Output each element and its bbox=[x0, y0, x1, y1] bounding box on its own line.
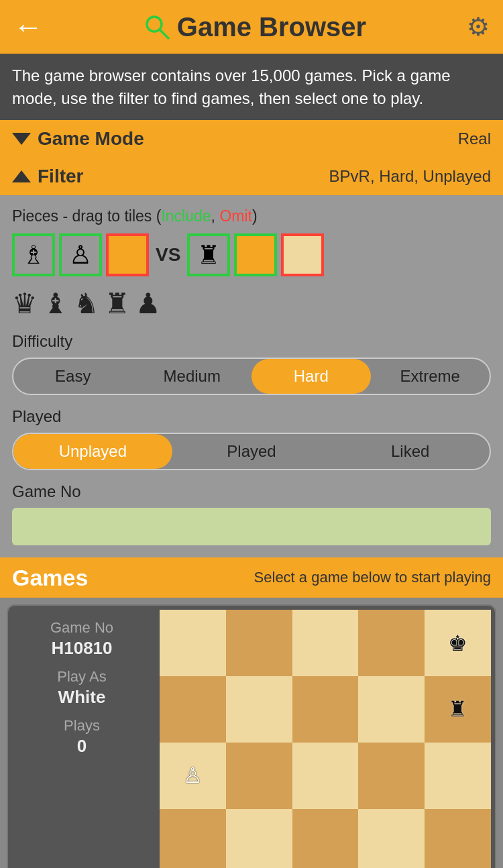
game-mode-section-header[interactable]: Game Mode Real bbox=[0, 120, 503, 158]
game-mode-value: Real bbox=[458, 129, 491, 148]
filter-panel: Pieces - drag to tiles (Include, Omit) ♗… bbox=[0, 195, 503, 557]
header: ← Game Browser ⚙ bbox=[0, 0, 503, 54]
game-mode-title: Game Mode bbox=[38, 128, 144, 150]
games-section-header: Games Select a game below to start playi… bbox=[0, 557, 503, 598]
pieces-include-label: Include bbox=[161, 207, 211, 225]
pieces-row: ♗ ♙ VS ♜ bbox=[12, 233, 491, 276]
pieces-label-prefix: Pieces - drag to tiles ( bbox=[12, 207, 161, 225]
difficulty-easy[interactable]: Easy bbox=[13, 359, 133, 394]
chess-cell-0-3 bbox=[358, 610, 425, 676]
chess-cell-0-1 bbox=[226, 610, 292, 676]
black-piece-1[interactable]: ♜ bbox=[187, 233, 230, 276]
played-unplayed[interactable]: Unplayed bbox=[13, 434, 172, 469]
black-piece-3[interactable] bbox=[281, 233, 324, 276]
pieces-comma: , bbox=[211, 207, 220, 225]
svg-line-1 bbox=[160, 30, 168, 38]
pieces-label: Pieces - drag to tiles (Include, Omit) bbox=[12, 207, 491, 225]
game-mode-triangle-icon bbox=[12, 133, 31, 145]
avail-knight[interactable]: ♞ bbox=[74, 287, 99, 320]
black-piece-2[interactable] bbox=[234, 233, 277, 276]
chess-board-container: ♚♜♙♗♜♔ bbox=[156, 606, 495, 868]
filter-title: Filter bbox=[38, 166, 83, 187]
game-no-label: Game No bbox=[12, 482, 491, 501]
vs-label: VS bbox=[156, 244, 180, 266]
back-button[interactable]: ← bbox=[13, 10, 43, 44]
chess-cell-1-3 bbox=[358, 676, 425, 743]
chess-cell-2-2 bbox=[292, 743, 359, 809]
play-as-field-label: Play As bbox=[57, 668, 106, 686]
plays-field-label: Plays bbox=[64, 717, 100, 735]
available-pieces-row: ♛ ♝ ♞ ♜ ♟ bbox=[12, 287, 491, 320]
filter-section-header[interactable]: Filter BPvR, Hard, Unplayed bbox=[0, 158, 503, 195]
chess-cell-2-3 bbox=[358, 743, 425, 809]
avail-bishop[interactable]: ♝ bbox=[43, 287, 68, 320]
game-card[interactable]: Game No H10810 Play As White Plays 0 ♚♜♙… bbox=[7, 604, 496, 868]
difficulty-hard[interactable]: Hard bbox=[252, 359, 371, 394]
white-piece-1[interactable]: ♗ bbox=[12, 233, 55, 276]
play-as-field-value: White bbox=[58, 687, 106, 708]
chess-cell-3-1 bbox=[226, 809, 292, 868]
difficulty-label: Difficulty bbox=[12, 332, 491, 351]
filter-summary: BPvR, Hard, Unplayed bbox=[329, 167, 491, 186]
filter-left: Filter bbox=[12, 166, 83, 187]
chess-cell-3-4 bbox=[425, 809, 491, 868]
chess-cell-1-4: ♜ bbox=[425, 676, 491, 743]
white-piece-2[interactable]: ♙ bbox=[59, 233, 102, 276]
played-label: Played bbox=[12, 407, 491, 426]
game-info-panel: Game No H10810 Play As White Plays 0 bbox=[8, 606, 156, 868]
search-icon bbox=[144, 13, 170, 40]
chess-board: ♚♜♙♗♜♔ bbox=[160, 610, 491, 868]
chess-cell-0-0 bbox=[160, 610, 226, 676]
game-no-field-label: Game No bbox=[50, 619, 113, 637]
page-title: Game Browser bbox=[177, 12, 366, 42]
difficulty-medium[interactable]: Medium bbox=[133, 359, 252, 394]
games-section-title: Games bbox=[12, 565, 88, 591]
chess-cell-1-2 bbox=[292, 676, 359, 743]
chess-cell-1-0 bbox=[160, 676, 226, 743]
white-piece-3[interactable] bbox=[106, 233, 149, 276]
game-no-field-value: H10810 bbox=[51, 638, 112, 659]
description-bar: The game browser contains over 15,000 ga… bbox=[0, 54, 503, 120]
avail-pawn[interactable]: ♟ bbox=[135, 287, 161, 320]
games-section-subtitle: Select a game below to start playing bbox=[254, 569, 491, 586]
chess-cell-2-0: ♙ bbox=[160, 743, 226, 809]
played-liked[interactable]: Liked bbox=[331, 434, 490, 469]
chess-cell-0-2 bbox=[292, 610, 359, 676]
description-text: The game browser contains over 15,000 ga… bbox=[12, 66, 451, 107]
game-mode-left: Game Mode bbox=[12, 128, 144, 150]
settings-button[interactable]: ⚙ bbox=[467, 12, 490, 42]
avail-rook[interactable]: ♜ bbox=[105, 287, 130, 320]
difficulty-control: Easy Medium Hard Extreme bbox=[12, 358, 491, 395]
chess-cell-0-4: ♚ bbox=[425, 610, 491, 676]
plays-row: Plays 0 bbox=[17, 717, 146, 757]
filter-triangle-icon bbox=[12, 170, 31, 182]
played-played[interactable]: Played bbox=[172, 434, 331, 469]
header-title-group: Game Browser bbox=[144, 12, 366, 42]
game-no-row: Game No H10810 bbox=[17, 619, 146, 659]
chess-cell-2-4 bbox=[425, 743, 491, 809]
chess-cell-3-0 bbox=[160, 809, 226, 868]
plays-field-value: 0 bbox=[77, 736, 87, 757]
pieces-omit-label: Omit bbox=[219, 207, 252, 225]
chess-cell-1-1 bbox=[226, 676, 292, 743]
played-control: Unplayed Played Liked bbox=[12, 433, 491, 470]
chess-cell-3-3 bbox=[358, 809, 425, 868]
pieces-label-suffix: ) bbox=[252, 207, 258, 225]
chess-cell-2-1 bbox=[226, 743, 292, 809]
chess-cell-3-2 bbox=[292, 809, 359, 868]
avail-queen[interactable]: ♛ bbox=[12, 287, 38, 320]
play-as-row: Play As White bbox=[17, 668, 146, 708]
difficulty-extreme[interactable]: Extreme bbox=[371, 359, 490, 394]
game-no-input[interactable] bbox=[12, 508, 491, 545]
